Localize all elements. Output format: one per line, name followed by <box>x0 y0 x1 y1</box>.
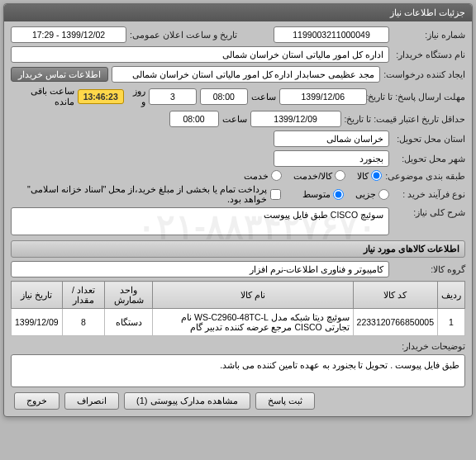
label-city: شهر محل تحویل: <box>393 154 465 164</box>
col-name: نام کالا <box>153 282 353 309</box>
radio-serv-goods[interactable]: کالا/خدمت <box>293 170 345 181</box>
radio-service-label: خدمت <box>244 171 269 181</box>
col-date: تاریخ نیاز <box>12 282 63 309</box>
radio-goods-input[interactable] <box>371 170 382 181</box>
section-items-header: اطلاعات کالاهای مورد نیاز <box>11 240 465 258</box>
label-province: استان محل تحویل: <box>393 134 465 144</box>
field-need-no: 1199003211000049 <box>274 26 389 43</box>
field-creator: مجد عظیمی حسابدار اداره کل امور مالیاتی … <box>112 66 380 83</box>
label-desc: شرح کلی نیاز: <box>393 207 465 217</box>
radio-service-input[interactable] <box>271 170 282 181</box>
label-process-type: نوع فرآیند خرید : <box>393 189 465 199</box>
cell-idx: 1 <box>438 309 465 336</box>
partial-pay-checkbox[interactable] <box>270 189 281 200</box>
countdown-timer: 13:46:23 <box>78 89 124 104</box>
category-radio-group: کالا کالا/خدمت خدمت <box>244 170 382 181</box>
label-buyer-notes: توضیحات خریدار: <box>393 341 465 351</box>
label-remaining: ساعت باقی مانده <box>11 86 74 107</box>
radio-mid[interactable]: متوسط <box>302 189 344 200</box>
label-announce: تاریخ و ساعت اعلان عمومی: <box>130 30 237 40</box>
col-row: ردیف <box>438 282 465 309</box>
cell-code: 2233120766850005 <box>353 309 437 336</box>
radio-goods[interactable]: کالا <box>357 170 382 181</box>
col-qty: تعداد / مقدار <box>62 282 105 309</box>
label-hour-1: ساعت <box>251 92 276 102</box>
label-hour-2: ساعت <box>222 114 247 125</box>
main-window: جزئیات اطلاعات نیاز شماره نیاز: 11990032… <box>3 3 473 417</box>
partial-pay-checkbox-row: پرداخت تمام یا بخشی از مبلغ خرید،از محل … <box>11 184 281 204</box>
field-send-time: 08:00 <box>200 88 248 105</box>
radio-serv-goods-input[interactable] <box>335 170 345 181</box>
label-need-no: شماره نیاز: <box>393 30 465 40</box>
radio-small[interactable]: جزیی <box>355 189 389 200</box>
field-desc: سوئیچ CISCO طبق فایل پیوست <box>11 207 389 235</box>
partial-pay-label: پرداخت تمام یا بخشی از مبلغ خرید،از محل … <box>11 184 267 204</box>
label-creator: ایجاد کننده درخواست: <box>383 69 465 79</box>
label-buyer-org: نام دستگاه خریدار: <box>393 50 465 59</box>
field-city: بجنورد <box>274 150 389 167</box>
field-province: خراسان شمالی <box>274 130 389 147</box>
reply-button[interactable]: ثبت پاسخ <box>255 392 315 410</box>
field-days-left: 3 <box>149 88 197 105</box>
window-title: جزئیات اطلاعات نیاز <box>4 4 472 21</box>
contact-info-button[interactable]: اطلاعات تماس خریدار <box>11 67 108 82</box>
field-price-time: 08:00 <box>169 111 219 127</box>
process-radio-group: جزیی متوسط <box>302 189 389 200</box>
field-announce: 1399/12/02 - 17:29 <box>11 26 126 43</box>
cell-name: سوئیچ دیتا شبکه مدل WS-C2960-48TC-L نام … <box>153 309 353 336</box>
radio-goods-label: کالا <box>357 171 369 181</box>
field-price-date: 1399/12/09 <box>250 111 341 127</box>
table-row[interactable]: 1 2233120766850005 سوئیچ دیتا شبکه مدل W… <box>12 309 465 336</box>
footer-buttons: ثبت پاسخ مشاهده مدارک پیوستی (1) انصراف … <box>11 387 465 411</box>
field-send-date: 1399/12/06 <box>279 88 367 105</box>
attachments-button[interactable]: مشاهده مدارک پیوستی (1) <box>124 392 250 410</box>
label-day: روز و <box>127 86 145 107</box>
items-table: ردیف کد کالا نام کالا واحد شمارش تعداد /… <box>11 281 465 336</box>
cell-unit: دستگاه <box>105 309 153 336</box>
field-item-group: کامپیوتر و فناوری اطلاعات-نرم افزار <box>11 261 389 277</box>
cell-date: 1399/12/09 <box>12 309 63 336</box>
col-unit: واحد شمارش <box>105 282 153 309</box>
radio-serv-goods-label: کالا/خدمت <box>293 171 332 181</box>
label-category: طبقه بندی موضوعی: <box>385 171 465 181</box>
cell-qty: 8 <box>62 309 105 336</box>
label-item-group: گروه کالا: <box>393 264 465 274</box>
radio-small-label: جزیی <box>355 189 376 199</box>
form-content: شماره نیاز: 1199003211000049 تاریخ و ساع… <box>4 21 472 416</box>
col-code: کد کالا <box>353 282 437 309</box>
field-buyer-org: اداره کل امور مالیاتی استان خراسان شمالی <box>11 46 389 63</box>
exit-button[interactable]: خروج <box>14 392 60 410</box>
label-price-deadline: حداقل تاریخ اعتبار قیمت: تا تاریخ: <box>345 114 465 124</box>
radio-mid-label: متوسط <box>302 189 331 199</box>
radio-service[interactable]: خدمت <box>244 170 282 181</box>
reject-button[interactable]: انصراف <box>64 392 119 410</box>
radio-mid-input[interactable] <box>333 189 344 200</box>
label-send-deadline: مهلت ارسال پاسخ: تا تاریخ: <box>370 92 465 102</box>
radio-small-input[interactable] <box>378 189 389 200</box>
buyer-notes-box: طبق فایل پیوست . تحویل تا بجنورد به عهده… <box>11 354 465 387</box>
